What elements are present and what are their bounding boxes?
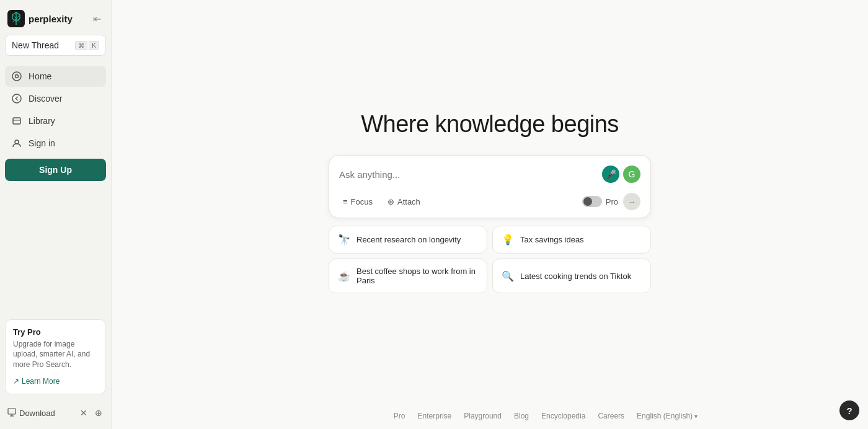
suggestion-text-cooking: Latest cooking trends on Tiktok	[520, 272, 631, 281]
svg-point-5	[16, 75, 19, 78]
collapse-icon: ⇤	[93, 14, 101, 24]
suggestions-grid: 🔭 Recent research on longevity 💡 Tax sav…	[329, 226, 651, 293]
chevron-down-icon: ▾	[694, 413, 698, 420]
nav-menu: Home Discover Library Sign in	[5, 66, 106, 154]
main-content: Where knowledge begins 🎤 G ≡ Focus ⊕	[112, 0, 868, 429]
discord-button[interactable]: ⊕	[94, 407, 104, 419]
sidebar-item-discover[interactable]: Discover	[5, 88, 106, 109]
help-button[interactable]: ?	[839, 400, 859, 420]
sidebar-item-library[interactable]: Library	[5, 110, 106, 131]
focus-icon: ≡	[343, 197, 348, 206]
suggestion-text-tax: Tax savings ideas	[520, 235, 584, 244]
attach-button[interactable]: ⊕ Attach	[384, 195, 424, 209]
sidebar-item-library-label: Library	[29, 116, 55, 126]
sidebar-item-signin[interactable]: Sign in	[5, 133, 106, 154]
try-pro-title: Try Pro	[13, 327, 98, 337]
focus-label: Focus	[351, 197, 373, 206]
learn-more-button[interactable]: ↗ Learn More	[13, 377, 60, 386]
twitter-button[interactable]: ✕	[79, 407, 89, 419]
svg-rect-10	[8, 409, 16, 414]
new-thread-button[interactable]: New Thread ⌘ K	[5, 35, 106, 56]
search-toolbar: ≡ Focus ⊕ Attach Pro →	[339, 193, 640, 210]
sidebar-item-home-label: Home	[29, 71, 51, 81]
toolbar-right: Pro →	[582, 193, 640, 210]
search-action-icons: 🎤 G	[602, 166, 640, 183]
signin-icon	[11, 138, 22, 149]
discord-icon: ⊕	[95, 408, 102, 418]
pro-label: Pro	[606, 197, 618, 206]
footer-link-language[interactable]: English (English) ▾	[637, 412, 698, 420]
logo-text: perplexity	[29, 14, 73, 24]
footer-link-blog[interactable]: Blog	[514, 412, 529, 420]
footer-link-pro[interactable]: Pro	[394, 412, 405, 420]
collapse-sidebar-button[interactable]: ⇤	[91, 12, 104, 26]
svg-point-6	[12, 94, 21, 103]
toolbar-left: ≡ Focus ⊕ Attach	[339, 195, 424, 209]
suggestion-icon-longevity: 🔭	[338, 234, 350, 245]
search-input-row: 🎤 G	[339, 166, 640, 183]
suggestion-card-coffee[interactable]: ☕ Best coffee shops to work from in Pari…	[329, 259, 487, 293]
suggestion-icon-tax: 💡	[502, 234, 514, 245]
footer-link-encyclopedia[interactable]: Encyclopedia	[541, 412, 585, 420]
main-title: Where knowledge begins	[361, 111, 619, 138]
try-pro-description: Upgrade for image upload, smarter AI, an…	[13, 339, 98, 370]
submit-button[interactable]: →	[623, 193, 640, 210]
attach-label: Attach	[397, 197, 420, 206]
suggestion-icon-cooking: 🔍	[502, 270, 514, 282]
voice-button[interactable]: 🎤	[602, 166, 619, 183]
sidebar-item-discover-label: Discover	[29, 94, 62, 104]
suggestion-text-longevity: Recent research on longevity	[356, 235, 461, 244]
focus-button[interactable]: ≡ Focus	[339, 195, 376, 209]
suggestion-icon-coffee: ☕	[338, 270, 350, 282]
sign-up-button[interactable]: Sign Up	[5, 159, 106, 181]
sidebar-item-home[interactable]: Home	[5, 66, 106, 87]
search-container: 🎤 G ≡ Focus ⊕ Attach	[329, 155, 651, 218]
suggestion-card-tax[interactable]: 💡 Tax savings ideas	[492, 226, 651, 254]
grammarly-icon: G	[629, 169, 636, 179]
monitor-icon	[7, 408, 16, 418]
sidebar-header: perplexity ⇤	[5, 7, 106, 35]
logo-icon	[7, 10, 25, 27]
toggle-track	[582, 196, 602, 207]
sidebar: perplexity ⇤ New Thread ⌘ K Home Discove…	[0, 0, 112, 429]
home-icon	[11, 71, 22, 82]
cmd-key: ⌘	[75, 41, 87, 50]
try-pro-box: Try Pro Upgrade for image upload, smarte…	[5, 319, 106, 394]
learn-more-label: Learn More	[22, 377, 60, 386]
new-thread-shortcut: ⌘ K	[75, 41, 99, 50]
download-button[interactable]: Download	[7, 408, 55, 418]
suggestion-text-coffee: Best coffee shops to work from in Paris	[356, 267, 478, 285]
pro-toggle[interactable]: Pro	[582, 196, 618, 207]
grammarly-button[interactable]: G	[623, 166, 640, 183]
discover-icon	[11, 93, 22, 104]
footer-link-playground[interactable]: Playground	[464, 412, 502, 420]
social-links: ✕ ⊕	[79, 407, 104, 419]
svg-point-9	[15, 140, 19, 144]
footer-link-careers[interactable]: Careers	[598, 412, 624, 420]
suggestion-card-cooking[interactable]: 🔍 Latest cooking trends on Tiktok	[492, 259, 651, 293]
sidebar-item-signin-label: Sign in	[29, 138, 55, 148]
toggle-thumb	[583, 197, 592, 206]
mic-icon: 🎤	[606, 169, 616, 179]
k-key: K	[89, 41, 99, 50]
twitter-icon: ✕	[80, 408, 87, 418]
arrow-right-icon: →	[628, 197, 636, 206]
page-footer: ProEnterprisePlaygroundBlogEncyclopediaC…	[223, 403, 868, 429]
suggestion-card-longevity[interactable]: 🔭 Recent research on longevity	[329, 226, 487, 254]
footer-link-enterprise[interactable]: Enterprise	[418, 412, 452, 420]
learn-more-icon: ↗	[13, 377, 19, 386]
attach-icon: ⊕	[388, 197, 394, 206]
svg-rect-7	[13, 118, 20, 124]
download-label: Download	[19, 409, 55, 418]
search-input[interactable]	[339, 169, 602, 180]
svg-point-4	[12, 72, 21, 81]
library-icon	[11, 115, 22, 126]
logo-area: perplexity	[7, 10, 73, 27]
sidebar-footer: Download ✕ ⊕	[5, 402, 106, 422]
new-thread-label: New Thread	[12, 40, 59, 50]
